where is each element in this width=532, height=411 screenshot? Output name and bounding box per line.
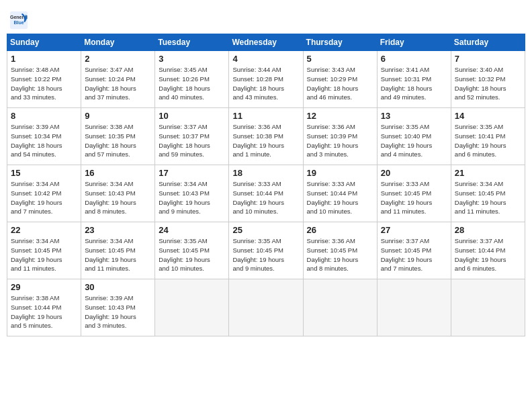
day-number: 10 xyxy=(159,111,226,121)
day-cell: 15Sunrise: 3:34 AM Sunset: 10:42 PM Dayl… xyxy=(7,165,81,222)
day-info: Sunrise: 3:47 AM Sunset: 10:24 PM Daylig… xyxy=(85,65,152,102)
day-cell: 29Sunrise: 3:38 AM Sunset: 10:44 PM Dayl… xyxy=(7,279,81,336)
day-cell: 26Sunrise: 3:36 AM Sunset: 10:45 PM Dayl… xyxy=(303,222,377,279)
day-number: 7 xyxy=(455,54,522,64)
day-info: Sunrise: 3:34 AM Sunset: 10:43 PM Daylig… xyxy=(159,179,226,216)
day-cell: 28Sunrise: 3:37 AM Sunset: 10:44 PM Dayl… xyxy=(451,222,525,279)
day-cell: 19Sunrise: 3:33 AM Sunset: 10:44 PM Dayl… xyxy=(303,165,377,222)
svg-text:Blue: Blue xyxy=(13,20,24,25)
col-header-saturday: Saturday xyxy=(451,34,525,51)
col-header-thursday: Thursday xyxy=(303,34,377,51)
day-number: 4 xyxy=(232,54,300,64)
logo-icon: General Blue xyxy=(9,11,28,30)
day-info: Sunrise: 3:38 AM Sunset: 10:44 PM Daylig… xyxy=(11,293,78,330)
day-number: 30 xyxy=(85,282,152,292)
day-info: Sunrise: 3:34 AM Sunset: 10:42 PM Daylig… xyxy=(11,179,78,216)
header-row: SundayMondayTuesdayWednesdayThursdayFrid… xyxy=(7,34,525,51)
day-number: 5 xyxy=(307,54,374,64)
day-number: 11 xyxy=(232,111,300,121)
day-info: Sunrise: 3:34 AM Sunset: 10:43 PM Daylig… xyxy=(85,179,152,216)
week-row-1: 1Sunrise: 3:48 AM Sunset: 10:22 PM Dayli… xyxy=(7,51,525,108)
col-header-wednesday: Wednesday xyxy=(229,34,303,51)
day-info: Sunrise: 3:33 AM Sunset: 10:44 PM Daylig… xyxy=(307,179,374,216)
day-info: Sunrise: 3:39 AM Sunset: 10:43 PM Daylig… xyxy=(85,293,152,330)
day-cell xyxy=(303,279,377,336)
day-info: Sunrise: 3:36 AM Sunset: 10:39 PM Daylig… xyxy=(307,122,374,159)
day-cell: 14Sunrise: 3:35 AM Sunset: 10:41 PM Dayl… xyxy=(451,108,525,165)
day-info: Sunrise: 3:35 AM Sunset: 10:41 PM Daylig… xyxy=(455,122,522,159)
day-info: Sunrise: 3:37 AM Sunset: 10:37 PM Daylig… xyxy=(159,122,226,159)
day-info: Sunrise: 3:33 AM Sunset: 10:44 PM Daylig… xyxy=(232,179,300,216)
calendar-table: SundayMondayTuesdayWednesdayThursdayFrid… xyxy=(7,34,525,336)
day-number: 24 xyxy=(159,225,226,235)
day-info: Sunrise: 3:38 AM Sunset: 10:35 PM Daylig… xyxy=(85,122,152,159)
day-info: Sunrise: 3:35 AM Sunset: 10:45 PM Daylig… xyxy=(159,236,226,273)
day-number: 27 xyxy=(381,225,448,235)
day-cell: 18Sunrise: 3:33 AM Sunset: 10:44 PM Dayl… xyxy=(229,165,303,222)
day-number: 20 xyxy=(381,168,448,178)
logo: General Blue xyxy=(9,11,31,30)
day-number: 19 xyxy=(307,168,374,178)
day-cell xyxy=(451,279,525,336)
day-cell xyxy=(155,279,229,336)
day-cell: 30Sunrise: 3:39 AM Sunset: 10:43 PM Dayl… xyxy=(81,279,155,336)
day-cell: 21Sunrise: 3:34 AM Sunset: 10:45 PM Dayl… xyxy=(451,165,525,222)
day-cell: 2Sunrise: 3:47 AM Sunset: 10:24 PM Dayli… xyxy=(81,51,155,108)
day-cell: 13Sunrise: 3:35 AM Sunset: 10:40 PM Dayl… xyxy=(377,108,451,165)
day-cell: 10Sunrise: 3:37 AM Sunset: 10:37 PM Dayl… xyxy=(155,108,229,165)
col-header-friday: Friday xyxy=(377,34,451,51)
day-number: 15 xyxy=(11,168,78,178)
day-info: Sunrise: 3:36 AM Sunset: 10:38 PM Daylig… xyxy=(232,122,300,159)
day-number: 28 xyxy=(455,225,522,235)
day-number: 9 xyxy=(85,111,152,121)
day-number: 13 xyxy=(381,111,448,121)
day-number: 25 xyxy=(232,225,300,235)
week-row-4: 22Sunrise: 3:34 AM Sunset: 10:45 PM Dayl… xyxy=(7,222,525,279)
day-cell: 7Sunrise: 3:40 AM Sunset: 10:32 PM Dayli… xyxy=(451,51,525,108)
day-cell: 27Sunrise: 3:37 AM Sunset: 10:45 PM Dayl… xyxy=(377,222,451,279)
day-number: 12 xyxy=(307,111,374,121)
day-info: Sunrise: 3:48 AM Sunset: 10:22 PM Daylig… xyxy=(11,65,78,102)
day-cell: 5Sunrise: 3:43 AM Sunset: 10:29 PM Dayli… xyxy=(303,51,377,108)
day-info: Sunrise: 3:45 AM Sunset: 10:26 PM Daylig… xyxy=(159,65,226,102)
day-number: 21 xyxy=(455,168,522,178)
day-info: Sunrise: 3:34 AM Sunset: 10:45 PM Daylig… xyxy=(455,179,522,216)
day-number: 8 xyxy=(11,111,78,121)
day-cell: 12Sunrise: 3:36 AM Sunset: 10:39 PM Dayl… xyxy=(303,108,377,165)
day-info: Sunrise: 3:34 AM Sunset: 10:45 PM Daylig… xyxy=(85,236,152,273)
day-info: Sunrise: 3:40 AM Sunset: 10:32 PM Daylig… xyxy=(455,65,522,102)
day-number: 18 xyxy=(232,168,300,178)
col-header-sunday: Sunday xyxy=(7,34,81,51)
day-number: 26 xyxy=(307,225,374,235)
day-number: 22 xyxy=(11,225,78,235)
day-cell: 9Sunrise: 3:38 AM Sunset: 10:35 PM Dayli… xyxy=(81,108,155,165)
day-cell: 24Sunrise: 3:35 AM Sunset: 10:45 PM Dayl… xyxy=(155,222,229,279)
day-number: 14 xyxy=(455,111,522,121)
day-number: 1 xyxy=(11,54,78,64)
week-row-2: 8Sunrise: 3:39 AM Sunset: 10:34 PM Dayli… xyxy=(7,108,525,165)
day-cell: 3Sunrise: 3:45 AM Sunset: 10:26 PM Dayli… xyxy=(155,51,229,108)
day-number: 29 xyxy=(11,282,78,292)
day-cell: 6Sunrise: 3:41 AM Sunset: 10:31 PM Dayli… xyxy=(377,51,451,108)
day-cell xyxy=(229,279,303,336)
day-info: Sunrise: 3:35 AM Sunset: 10:45 PM Daylig… xyxy=(232,236,300,273)
day-cell: 11Sunrise: 3:36 AM Sunset: 10:38 PM Dayl… xyxy=(229,108,303,165)
day-number: 3 xyxy=(159,54,226,64)
col-header-tuesday: Tuesday xyxy=(155,34,229,51)
day-cell: 8Sunrise: 3:39 AM Sunset: 10:34 PM Dayli… xyxy=(7,108,81,165)
day-number: 23 xyxy=(85,225,152,235)
week-row-3: 15Sunrise: 3:34 AM Sunset: 10:42 PM Dayl… xyxy=(7,165,525,222)
day-number: 6 xyxy=(381,54,448,64)
day-cell: 1Sunrise: 3:48 AM Sunset: 10:22 PM Dayli… xyxy=(7,51,81,108)
day-info: Sunrise: 3:36 AM Sunset: 10:45 PM Daylig… xyxy=(307,236,374,273)
day-info: Sunrise: 3:37 AM Sunset: 10:45 PM Daylig… xyxy=(381,236,448,273)
day-cell: 22Sunrise: 3:34 AM Sunset: 10:45 PM Dayl… xyxy=(7,222,81,279)
day-info: Sunrise: 3:34 AM Sunset: 10:45 PM Daylig… xyxy=(11,236,78,273)
header: General Blue xyxy=(7,7,525,30)
day-number: 16 xyxy=(85,168,152,178)
day-cell: 16Sunrise: 3:34 AM Sunset: 10:43 PM Dayl… xyxy=(81,165,155,222)
day-info: Sunrise: 3:41 AM Sunset: 10:31 PM Daylig… xyxy=(381,65,448,102)
day-cell: 17Sunrise: 3:34 AM Sunset: 10:43 PM Dayl… xyxy=(155,165,229,222)
day-number: 17 xyxy=(159,168,226,178)
day-cell xyxy=(377,279,451,336)
